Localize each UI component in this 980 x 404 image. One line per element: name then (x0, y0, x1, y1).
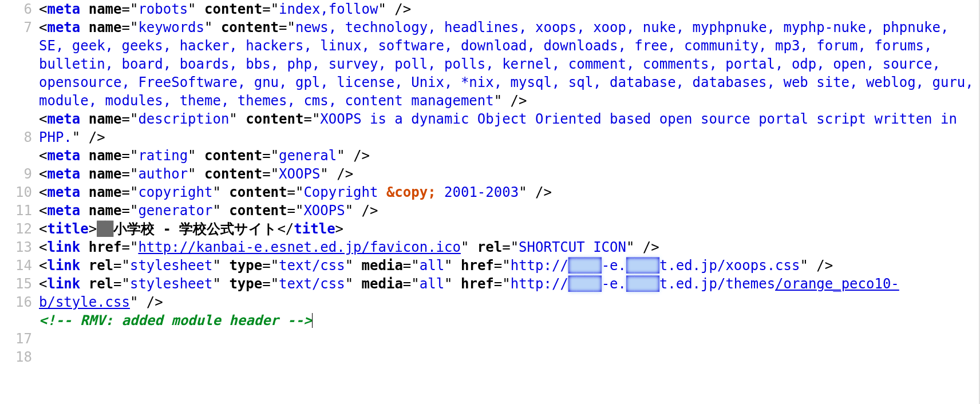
attr-name: content (246, 111, 303, 127)
line-number: 15 (5, 275, 32, 293)
attr-name: name (89, 1, 122, 17)
line-number: 13 (5, 238, 32, 256)
code-line-title: <title>██小学校 - 学校公式サイト</title> (39, 220, 975, 238)
attr-value: author (138, 166, 188, 182)
line-number: 17 (5, 330, 32, 348)
code-line-meta-copyright: <meta name="copyright" content="Copyrigh… (39, 183, 975, 201)
html-comment: <!-- RMV: added module header --> (39, 312, 312, 328)
attr-value: keywords (138, 19, 204, 35)
attr-value: rating (138, 148, 188, 164)
attr-name: name (89, 166, 122, 182)
code-editor: 6789101112131415161718 <meta name="robot… (0, 0, 980, 366)
attr-name: content (229, 184, 287, 200)
attr-value: SHORTCUT ICON (519, 239, 626, 255)
attr-value: stylesheet (130, 258, 213, 274)
tag-name: title (47, 221, 88, 237)
line-number-gutter: 6789101112131415161718 (5, 0, 39, 366)
attr-name: content (204, 1, 262, 17)
obfuscated-text: ██ (97, 221, 113, 237)
line-number (5, 55, 32, 73)
line-number: 16 (5, 293, 32, 311)
attr-name: rel (89, 276, 113, 292)
attr-name: name (89, 148, 122, 164)
code-line-link-css-1: <link rel="stylesheet" type="text/css" m… (39, 256, 975, 275)
attr-name: content (204, 148, 262, 164)
html-entity: &copy; (386, 184, 436, 200)
code-line-meta-generator: <meta name="generator" content="XOOPS" /… (39, 201, 975, 220)
line-number (5, 37, 32, 55)
tag-name: meta (47, 203, 80, 219)
attr-value: description (138, 111, 229, 127)
attr-name: content (204, 166, 262, 182)
text-cursor (312, 313, 313, 328)
line-number (5, 311, 32, 330)
attr-name: rel (89, 258, 113, 274)
attr-name: content (221, 19, 279, 35)
tag-name: title (294, 221, 335, 237)
code-line-empty (39, 330, 975, 348)
tag-name: link (47, 276, 80, 292)
line-number: 7 (5, 18, 32, 37)
line-number: 10 (5, 183, 32, 201)
attr-name: media (362, 258, 403, 274)
code-line-link-favicon: <link href="http://kanbai-e.esnet.ed.jp/… (39, 238, 975, 256)
attr-name: rel (477, 239, 502, 255)
attr-value: general (279, 148, 337, 164)
attr-value: stylesheet (130, 276, 213, 292)
code-line-meta-author: <meta name="author" content="XOOPS" /> (39, 165, 975, 183)
tag-name: meta (47, 111, 80, 127)
attr-value: 2001-2003 (436, 184, 519, 200)
tag-name: meta (47, 184, 80, 200)
attr-name: href (461, 258, 494, 274)
attr-value: generator (138, 203, 212, 219)
attr-name: content (229, 203, 287, 219)
attr-name: name (89, 203, 122, 219)
attr-name: type (229, 276, 262, 292)
attr-value: text/css (279, 276, 345, 292)
attr-name: name (89, 111, 122, 127)
code-area[interactable]: <meta name="robots" content="index,follo… (39, 0, 975, 366)
line-number: 8 (5, 128, 32, 146)
attr-name: href (89, 239, 122, 255)
tag-name: meta (47, 1, 80, 17)
attr-name: type (229, 258, 262, 274)
tag-name: meta (47, 19, 80, 35)
line-number: 11 (5, 201, 32, 220)
attr-value: XOOPS (303, 203, 345, 219)
line-number: 6 (5, 0, 32, 18)
code-line-meta-robots: <meta name="robots" content="index,follo… (39, 0, 975, 18)
attr-value: text/css (279, 258, 345, 274)
line-number (5, 73, 32, 92)
url-link: http://████-e.████t.ed.jp/xoops.css (511, 258, 800, 274)
line-number: 12 (5, 220, 32, 238)
line-number: 18 (5, 348, 32, 366)
attr-name: href (461, 276, 494, 292)
tag-name: meta (47, 166, 80, 182)
url-link: http://kanbai-e.esnet.ed.jp/favicon.ico (138, 239, 461, 255)
attr-value: Copyright (303, 184, 386, 200)
line-number (5, 110, 32, 128)
code-line-meta-description: <meta name="description" content="XOOPS … (39, 110, 975, 146)
url-link: http://████-e.████t.ed.jp/themes (511, 276, 775, 292)
line-number (5, 146, 32, 165)
attr-value: index,follow (279, 1, 378, 17)
attr-value: copyright (138, 184, 212, 200)
tag-name: meta (47, 148, 80, 164)
code-line-link-css-2: <link rel="stylesheet" type="text/css" m… (39, 275, 975, 311)
line-number (5, 92, 32, 110)
code-line-comment: <!-- RMV: added module header --> (39, 311, 975, 330)
attr-name: media (362, 276, 403, 292)
attr-name: name (89, 19, 122, 35)
code-line-meta-rating: <meta name="rating" content="general" /> (39, 146, 975, 165)
attr-value: all (420, 276, 444, 292)
text-content: 小学校 - 学校公式サイト (113, 221, 277, 237)
code-line-meta-keywords: <meta name="keywords" content="news, tec… (39, 18, 975, 110)
line-number: 14 (5, 256, 32, 275)
tag-name: link (47, 239, 80, 255)
tag-name: link (47, 258, 80, 274)
attr-value: XOOPS (279, 166, 320, 182)
attr-name: name (89, 184, 122, 200)
attr-value: robots (138, 1, 188, 17)
line-number: 9 (5, 165, 32, 183)
attr-value: all (420, 258, 444, 274)
